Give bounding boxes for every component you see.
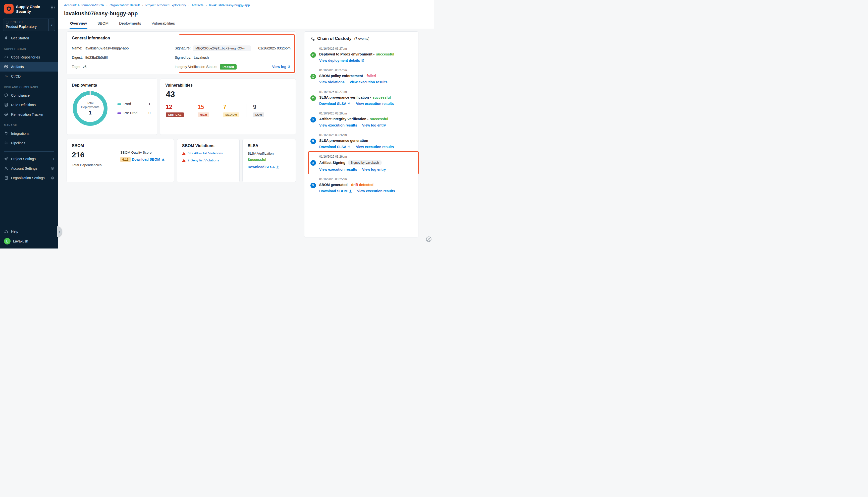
sidebar-item-label: Artifacts bbox=[11, 65, 24, 69]
breadcrumb-artifacts[interactable]: Artifacts bbox=[192, 3, 204, 7]
sidebar-item-account-settings[interactable]: Account Settings bbox=[0, 164, 58, 173]
sidebar-item-label: Account Settings bbox=[11, 167, 38, 170]
view-execution-results-link[interactable]: View execution results bbox=[357, 189, 395, 193]
sidebar-item-help[interactable]: Help bbox=[4, 227, 54, 236]
sidebar-item-label: Pipelines bbox=[11, 141, 25, 145]
view-log-entry-link[interactable]: View log entry bbox=[362, 167, 386, 171]
sbom-violations-card: SBOM Violations 637 Allow list Violation… bbox=[177, 139, 240, 182]
breadcrumb-organization[interactable]: Organization: default bbox=[110, 3, 140, 7]
info-icon[interactable] bbox=[51, 167, 54, 170]
sidebar-item-integrations[interactable]: Integrations bbox=[0, 129, 58, 138]
page-root: Supply Chain Security PROJECT Product Ex… bbox=[0, 0, 434, 248]
view-execution-results-link[interactable]: View execution results bbox=[319, 167, 357, 171]
external-link-icon bbox=[288, 65, 291, 68]
view-deployment-details-link[interactable]: View deployment details bbox=[319, 58, 364, 62]
sidebar-item-compliance[interactable]: Compliance bbox=[0, 90, 58, 100]
sidebar-item-cicd[interactable]: ∞ CI/CD bbox=[0, 72, 58, 81]
sidebar-item-code-repositories[interactable]: Code Repositories bbox=[0, 53, 58, 62]
view-log-entry-link[interactable]: View log entry bbox=[362, 123, 386, 127]
breadcrumb-separator: › bbox=[142, 3, 143, 7]
slsa-verification-event-icon bbox=[310, 95, 316, 101]
breadcrumb-current[interactable]: lavakush07/easy-buggy-app bbox=[209, 3, 250, 7]
event-title: Artifact Integrity Verification - bbox=[319, 117, 368, 121]
module-switcher-icon[interactable] bbox=[51, 4, 55, 10]
tags-value: v5 bbox=[83, 65, 86, 69]
high-badge: HIGH bbox=[198, 112, 209, 117]
deny-list-violations-link[interactable]: 2 Deny list Violations bbox=[187, 158, 219, 162]
download-slsa-link[interactable]: Download SLSA bbox=[319, 102, 351, 106]
download-slsa-link[interactable]: Download SLSA bbox=[319, 145, 351, 149]
view-execution-results-link[interactable]: View execution results bbox=[356, 102, 394, 106]
user-menu[interactable]: L Lavakush bbox=[4, 238, 54, 244]
plug-icon bbox=[4, 131, 8, 136]
signature-label: Signature: bbox=[174, 46, 191, 50]
breadcrumb-separator: › bbox=[206, 3, 207, 7]
sidebar-item-rule-definitions[interactable]: Rule Definitions bbox=[0, 100, 58, 110]
event-status: drift detected bbox=[351, 183, 374, 187]
download-sbom-link[interactable]: Download SBOM bbox=[319, 189, 352, 193]
event-title: SLSA provenance generation bbox=[319, 139, 368, 143]
tab-overview[interactable]: Overview bbox=[70, 20, 87, 29]
sidebar-item-label: Compliance bbox=[11, 94, 30, 97]
sidebar-section-supply-chain: SUPPLY CHAIN bbox=[0, 43, 58, 53]
sbom-count-label: Total Dependencies bbox=[72, 163, 102, 167]
view-execution-results-link[interactable]: View execution results bbox=[356, 145, 394, 149]
deny-list-violations-row: 2 Deny list Violations bbox=[182, 158, 234, 162]
allow-list-violations-row: 637 Allow list Violations bbox=[182, 151, 234, 155]
signed-by-value: Lavakush bbox=[194, 56, 209, 59]
event-status: successful bbox=[373, 95, 391, 99]
deployments-donut-chart: Total Deployments 1 bbox=[73, 91, 108, 126]
tab-vulnerabilities[interactable]: Vulnerabilities bbox=[151, 20, 175, 29]
sidebar-item-get-started[interactable]: Get Started bbox=[0, 33, 58, 43]
view-violations-link[interactable]: View violations bbox=[319, 80, 345, 84]
project-selector-label: PROJECT bbox=[10, 21, 23, 24]
severity-breakdown: 12 CRITICAL 15 HIGH 7 MEDIUM bbox=[165, 104, 291, 117]
prod-legend-swatch bbox=[117, 103, 121, 105]
event-title: SBOM policy enforcement - bbox=[319, 74, 365, 78]
vulnerabilities-card: Vulnerabilities 43 12 CRITICAL 15 HIGH bbox=[160, 79, 296, 135]
project-selector-main: PROJECT Product Exploratory bbox=[3, 19, 48, 31]
tab-sbom[interactable]: SBOM bbox=[97, 20, 109, 29]
project-selector-name: Product Exploratory bbox=[6, 25, 46, 29]
view-log-link[interactable]: View log bbox=[272, 65, 291, 69]
breadcrumb-project[interactable]: Project: Product Exploratory bbox=[145, 3, 186, 7]
download-icon bbox=[276, 166, 279, 169]
sidebar-item-organization-settings[interactable]: Organization Settings bbox=[0, 173, 58, 183]
breadcrumb-account[interactable]: Account: Automation-SSCA bbox=[64, 3, 104, 7]
download-slsa-link[interactable]: Download SLSA bbox=[248, 165, 279, 169]
download-icon bbox=[348, 102, 351, 105]
allow-list-violations-link[interactable]: 637 Allow list Violations bbox=[187, 151, 223, 155]
view-execution-results-link[interactable]: View execution results bbox=[350, 80, 388, 84]
sidebar-item-remediation-tracker[interactable]: Remediation Tracker bbox=[0, 110, 58, 119]
breadcrumb-separator: › bbox=[106, 3, 107, 7]
project-selector[interactable]: PROJECT Product Exploratory › bbox=[3, 18, 55, 31]
vulnerabilities-total: 43 bbox=[166, 90, 291, 99]
external-link-icon bbox=[361, 59, 364, 62]
resource-center-icon[interactable] bbox=[425, 236, 432, 242]
warning-triangle-icon bbox=[182, 152, 186, 155]
sidebar-section-risk-and-compliance: RISK AND COMPLIANCE bbox=[0, 81, 58, 90]
severity-medium: 7 MEDIUM bbox=[216, 104, 246, 117]
event-title: SLSA provenance verification - bbox=[319, 95, 371, 99]
medium-count: 7 bbox=[223, 104, 226, 111]
event-status: failed bbox=[367, 74, 376, 78]
medium-badge: MEDIUM bbox=[223, 112, 239, 117]
artifact-name-value: lavakush07/easy-buggy-app bbox=[85, 46, 129, 50]
sidebar-item-project-settings[interactable]: Project Settings › bbox=[0, 154, 58, 164]
custody-event-slsa-verification: 01/16/2025 03:27pm SLSA provenance verif… bbox=[310, 90, 412, 106]
event-status: successful bbox=[376, 52, 394, 56]
supply-chain-security-logo-icon[interactable] bbox=[4, 4, 14, 14]
sidebar-item-label: Project Settings bbox=[11, 157, 36, 161]
building-icon bbox=[4, 176, 8, 180]
rocket-icon bbox=[4, 36, 8, 40]
sbom-dependency-count: 216 bbox=[72, 151, 102, 159]
view-execution-results-link[interactable]: View execution results bbox=[319, 123, 357, 127]
download-sbom-link[interactable]: Download SBOM bbox=[132, 157, 165, 161]
policy-enforcement-event-icon bbox=[310, 74, 316, 79]
tab-deployments[interactable]: Deployments bbox=[118, 20, 142, 29]
info-icon[interactable] bbox=[51, 176, 54, 180]
card-title: Deployments bbox=[72, 83, 152, 88]
sidebar-item-pipelines[interactable]: Pipelines bbox=[0, 138, 58, 148]
sidebar-item-label: Code Repositories bbox=[11, 55, 40, 59]
sidebar-item-artifacts[interactable]: Artifacts bbox=[0, 62, 58, 72]
